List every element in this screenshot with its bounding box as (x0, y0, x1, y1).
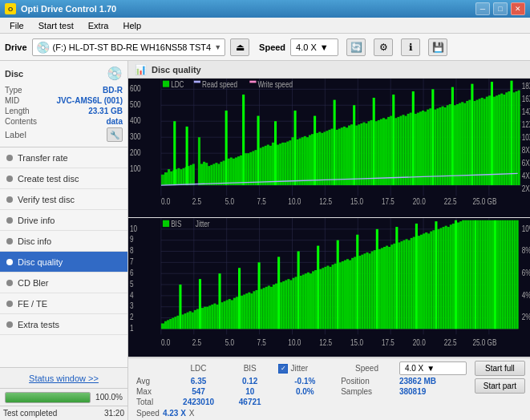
svg-rect-220 (164, 321, 167, 329)
nav-label-transfer-rate: Transfer rate (18, 153, 68, 163)
info-button[interactable]: ℹ (401, 38, 420, 56)
svg-rect-226 (179, 285, 181, 329)
sidebar-nav: Transfer rate Create test disc Verify te… (0, 147, 127, 367)
sidebar-item-cd-bler[interactable]: CD Bler (0, 273, 127, 293)
sidebar-item-disc-quality[interactable]: Disc quality (0, 252, 127, 273)
minimize-button[interactable]: ─ (475, 2, 490, 15)
max-bis: 10 (228, 386, 273, 397)
svg-rect-344 (469, 220, 471, 329)
svg-rect-70 (286, 142, 289, 186)
eject-button[interactable]: ⏏ (230, 38, 249, 56)
content-header-icon: 📊 (135, 64, 147, 75)
disc-label-button[interactable]: 🔧 (107, 127, 123, 142)
svg-rect-92 (341, 127, 343, 185)
speed-label: Speed (259, 42, 285, 52)
svg-rect-128 (429, 108, 431, 185)
svg-text:12X: 12X (522, 119, 530, 129)
sidebar-item-drive-info[interactable]: Drive info (0, 210, 127, 231)
svg-rect-56 (252, 151, 254, 185)
svg-rect-332 (440, 228, 443, 329)
svg-rect-286 (326, 266, 329, 329)
svg-rect-44 (223, 160, 225, 185)
svg-rect-147 (476, 100, 479, 185)
disc-mid-value: JVC-AMS6L (001) (56, 96, 123, 105)
svg-rect-157 (500, 94, 503, 185)
save-button[interactable]: 💾 (428, 38, 447, 56)
speed-select[interactable]: 4.0 X ▼ (290, 38, 338, 56)
sidebar-item-extra-tests[interactable]: Extra tests (0, 314, 127, 335)
start-part-button[interactable]: Start part (475, 378, 525, 394)
svg-text:18X: 18X (522, 81, 530, 91)
svg-rect-314 (395, 227, 398, 329)
close-button[interactable]: ✕ (511, 2, 525, 15)
titlebar: O Opti Drive Control 1.70 ─ □ ✕ (0, 0, 530, 18)
svg-rect-273 (295, 277, 297, 329)
avg-bis: 0.12 (228, 376, 273, 386)
svg-text:15.0: 15.0 (350, 337, 363, 348)
svg-rect-231 (192, 313, 194, 329)
svg-rect-342 (464, 220, 467, 329)
speed-test-dropdown[interactable]: 4.0 X ▼ (399, 361, 467, 375)
menu-help[interactable]: Help (116, 19, 148, 32)
disc-mid-label: MID (5, 96, 19, 105)
disc-contents-row: Contents data (5, 117, 123, 126)
svg-text:300: 300 (130, 131, 141, 141)
svg-text:25.0 GB: 25.0 GB (472, 337, 496, 348)
svg-rect-85 (323, 132, 326, 186)
position-value: 23862 MB (396, 376, 470, 386)
sidebar-item-fe-te[interactable]: FE / TE (0, 293, 127, 314)
nav-label-cd-bler: CD Bler (18, 278, 49, 288)
svg-rect-233 (196, 309, 199, 329)
disc-title: Disc (5, 69, 23, 79)
disc-type-row: Type BD-R (5, 86, 123, 95)
nav-dot (6, 217, 13, 224)
svg-rect-41 (215, 163, 217, 185)
svg-rect-25 (177, 168, 180, 185)
svg-rect-267 (280, 282, 282, 329)
svg-rect-235 (201, 308, 204, 329)
svg-rect-141 (461, 102, 463, 185)
svg-rect-276 (302, 275, 305, 329)
start-full-button[interactable]: Start full (475, 361, 525, 376)
svg-text:LDC: LDC (171, 79, 184, 89)
svg-rect-227 (181, 314, 184, 329)
svg-rect-99 (358, 124, 360, 185)
svg-text:2.5: 2.5 (192, 337, 201, 348)
maximize-button[interactable]: □ (493, 2, 508, 15)
sidebar-item-create-test-disc[interactable]: Create test disc (0, 168, 127, 189)
app-icon: O (5, 3, 16, 14)
svg-rect-313 (393, 244, 395, 329)
svg-rect-60 (262, 147, 265, 185)
menu-start-test[interactable]: Start test (32, 19, 80, 32)
disc-label-label: Label (5, 130, 26, 139)
svg-rect-265 (275, 284, 277, 329)
sidebar-item-verify-test-disc[interactable]: Verify test disc (0, 189, 127, 210)
content-area: 📊 Disc quality (128, 61, 530, 420)
svg-rect-239 (211, 305, 213, 329)
status-window-button[interactable]: Status window >> (0, 367, 127, 388)
svg-rect-97 (353, 105, 355, 185)
menu-file[interactable]: File (3, 19, 30, 32)
speed-value: 4.0 X (296, 42, 317, 52)
content-header: 📊 Disc quality (128, 61, 530, 79)
svg-rect-93 (343, 127, 346, 185)
menu-extra[interactable]: Extra (82, 19, 115, 32)
drive-select[interactable]: 💿 (F:) HL-DT-ST BD-RE WH16NS58 TST4 ▼ (32, 38, 226, 56)
sidebar-item-transfer-rate[interactable]: Transfer rate (0, 147, 127, 168)
svg-rect-32 (173, 121, 176, 185)
svg-rect-153 (491, 82, 493, 185)
svg-text:7: 7 (130, 256, 134, 267)
refresh-button[interactable]: 🔄 (346, 38, 366, 56)
svg-rect-100 (360, 123, 362, 185)
jitter-checkbox[interactable]: ✓ (278, 364, 288, 374)
settings-button[interactable]: ⚙ (374, 38, 393, 56)
svg-rect-245 (226, 300, 229, 329)
svg-rect-272 (292, 278, 294, 329)
svg-rect-390 (163, 220, 169, 227)
nav-label-disc-info: Disc info (18, 236, 51, 246)
status-text: Test completed (3, 409, 57, 418)
svg-text:1: 1 (130, 323, 134, 333)
svg-rect-86 (326, 131, 328, 185)
disc-length-row: Length 23.31 GB (5, 107, 123, 115)
sidebar-item-disc-info[interactable]: Disc info (0, 231, 127, 252)
